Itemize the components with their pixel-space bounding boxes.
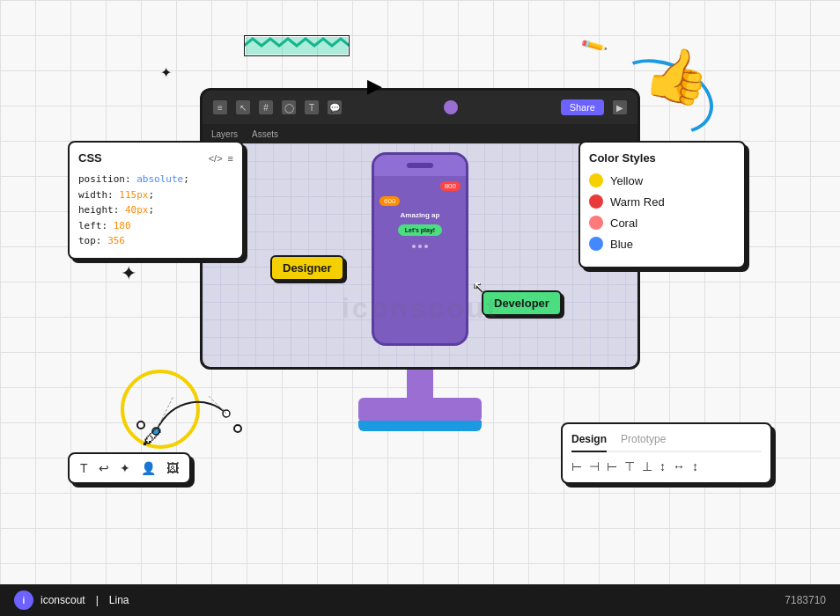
- css-panel: CSS </> ≡ position: absolute; width: 115…: [68, 141, 244, 260]
- align-middle-icon: ⊥: [642, 459, 652, 473]
- align-right-icon: ⊢: [607, 459, 617, 473]
- phone-app-text: Amazing ap: [401, 211, 440, 219]
- color-swatch-warmred: [589, 194, 603, 209]
- phone-badge-orange: 600: [379, 196, 400, 206]
- frame-tool-icon: #: [259, 100, 273, 114]
- separator-pipe: |: [96, 594, 99, 606]
- align-top-icon: ⊤: [624, 459, 635, 473]
- color-panel-title: Color Styles: [589, 151, 735, 165]
- color-item-blue: Blue: [589, 237, 735, 251]
- designer-label: Designer: [270, 255, 344, 281]
- phone-mockup: 800 600 Amazing ap Let's play!: [372, 152, 468, 346]
- image-tool-icon[interactable]: 🖼: [166, 461, 179, 475]
- design-tools-row: ⊢ ⊣ ⊢ ⊤ ⊥ ↕ ↔ ↕: [571, 459, 762, 473]
- hamburger-icon: ≡: [213, 100, 227, 114]
- share-button[interactable]: Share: [561, 99, 604, 115]
- component-tool-icon[interactable]: ✦: [120, 461, 130, 475]
- handle-point-2: [233, 424, 242, 433]
- stand-base: [358, 398, 482, 422]
- monitor-tabs-bar: Layers Assets: [203, 124, 637, 143]
- phone-badge-red: 800: [440, 181, 461, 191]
- pen-tool-icon: 🖊: [143, 424, 164, 449]
- css-panel-controls: </> ≡: [209, 153, 233, 164]
- bottom-bar: i iconscout | Lina 7183710: [0, 584, 840, 616]
- text-tool-icon-panel[interactable]: T: [80, 461, 88, 475]
- color-item-warmred: Warm Red: [589, 194, 735, 209]
- developer-label: Developer: [482, 290, 562, 316]
- zigzag-decoration: [244, 35, 350, 56]
- color-swatch-coral: [589, 216, 603, 230]
- svg-rect-1: [246, 37, 348, 55]
- brand-logo[interactable]: i iconscout: [14, 590, 85, 610]
- align-center-h-icon: ⊣: [589, 459, 600, 473]
- phone-dots: [412, 245, 428, 248]
- author-name: Lina: [109, 594, 129, 606]
- color-label-warmred: Warm Red: [610, 195, 665, 209]
- css-code-icon: </>: [209, 153, 223, 164]
- color-label-coral: Coral: [610, 216, 637, 230]
- monitor-toolbar: ≡ ↖ # ◯ T 💬 Share ▶: [203, 91, 637, 124]
- tab-layers[interactable]: Layers: [211, 129, 238, 139]
- comment-tool-icon: 💬: [328, 100, 342, 114]
- tools-panel: T ↩ ✦ 👤 🖼: [68, 452, 191, 484]
- color-styles-panel: Color Styles Yellow Warm Red Coral Blue: [578, 141, 746, 268]
- star-decoration-1: ✦: [160, 66, 172, 80]
- asset-id: 7183710: [785, 594, 826, 606]
- css-panel-header: CSS </> ≡: [78, 151, 233, 165]
- distribute-h-icon: ↔: [673, 459, 685, 473]
- monitor-content-area: 800 600 Amazing ap Let's play!: [203, 143, 637, 367]
- phone-cta-button: Let's play!: [398, 224, 442, 236]
- align-bottom-icon: ↕: [659, 459, 666, 473]
- tab-design[interactable]: Design: [571, 433, 607, 452]
- monitor: ≡ ↖ # ◯ T 💬 Share ▶ Layers Assets: [200, 88, 640, 422]
- thumbs-up-icon: 👍: [639, 39, 715, 112]
- tab-prototype[interactable]: Prototype: [621, 433, 666, 445]
- color-swatch-blue: [589, 237, 603, 251]
- pen-tool-icon: ◯: [282, 100, 296, 114]
- user-avatar-toolbar: [444, 100, 458, 114]
- pencil-icon: ✏️: [579, 31, 609, 60]
- cursor-tool-icon: ↖: [236, 100, 250, 114]
- color-label-yellow: Yellow: [610, 174, 643, 187]
- align-left-icon: ⊢: [571, 459, 582, 473]
- logo-icon: i: [14, 590, 33, 610]
- stand-neck: [407, 370, 433, 400]
- design-prototype-panel: Design Prototype ⊢ ⊣ ⊢ ⊤ ⊥ ↕ ↔ ↕: [561, 422, 772, 484]
- css-code-block: position: absolute; width: 115px; height…: [78, 172, 233, 249]
- illustration-container: ✦ ✦ ✦ ▶ 👍 ✏️ ≡ ↖ # ◯ T 💬 Share ▶: [41, 18, 799, 563]
- stand-base-3d: [358, 421, 482, 431]
- css-panel-title: CSS: [78, 151, 102, 165]
- monitor-stand: [350, 370, 490, 422]
- color-item-coral: Coral: [589, 216, 735, 230]
- color-swatch-yellow: [589, 173, 603, 187]
- monitor-screen: ≡ ↖ # ◯ T 💬 Share ▶ Layers Assets: [200, 88, 640, 370]
- tab-assets[interactable]: Assets: [252, 129, 278, 139]
- user-tool-icon[interactable]: 👤: [141, 461, 156, 475]
- star-decoration-2: ✦: [121, 264, 136, 283]
- cursor-arrow-black: ▶: [367, 75, 382, 98]
- phone-notch: [407, 163, 433, 168]
- distribute-v-icon: ↕: [692, 459, 698, 473]
- cursor-arrow-white: ↖: [473, 277, 486, 297]
- text-tool-icon: T: [305, 100, 319, 114]
- phone-header: [374, 155, 466, 176]
- phone-body: 800 600 Amazing ap Let's play!: [374, 176, 466, 253]
- handle-point-1: [136, 421, 145, 429]
- color-item-yellow: Yellow: [589, 173, 735, 187]
- design-panel-tabs: Design Prototype: [571, 433, 762, 452]
- path-tool-icon[interactable]: ↩: [99, 461, 109, 475]
- brand-name: iconscout: [41, 594, 85, 606]
- color-label-blue: Blue: [610, 238, 633, 251]
- css-menu-icon: ≡: [228, 153, 233, 164]
